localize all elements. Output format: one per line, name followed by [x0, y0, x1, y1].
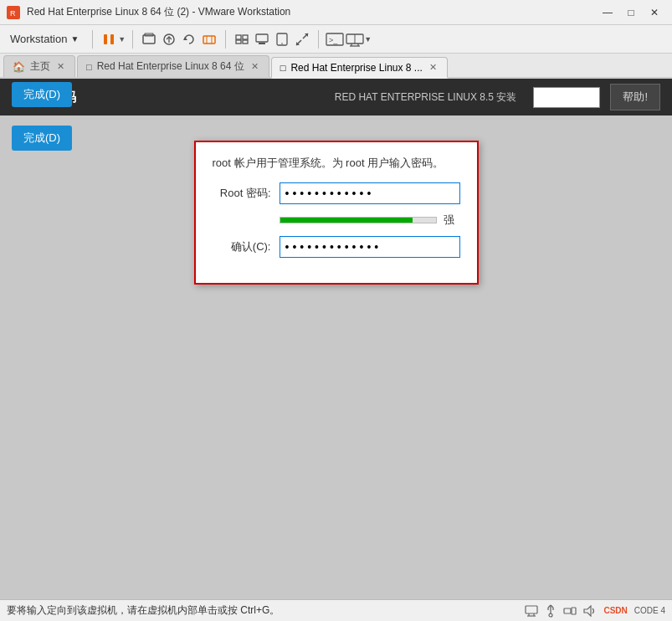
console-icon[interactable]: >_ — [326, 30, 344, 49]
tab-rhel1-close[interactable]: ✕ — [249, 61, 260, 72]
usb-status-icon — [545, 604, 557, 618]
svg-marker-41 — [584, 606, 591, 616]
title-bar: R Red Hat Enterprise Linux 8 64 位 (2) - … — [0, 0, 672, 25]
revert-icon[interactable] — [180, 30, 198, 49]
svg-point-19 — [281, 43, 283, 44]
status-icons: CSDN CODE 4 — [525, 604, 665, 618]
svg-rect-13 — [243, 35, 248, 39]
password-dialog: root 帐户用于管理系统。为 root 用户输入密码。 Root 密码: 强 … — [194, 141, 479, 285]
app-icon: R — [7, 6, 20, 19]
vm-header: ROOT 密码 RED HAT ENTERPRISE LINUX 8.5 安装 … — [0, 79, 672, 115]
unity-mode-icon[interactable] — [253, 30, 271, 49]
remote-desktop-icon[interactable] — [346, 30, 364, 49]
send-ctrl-alt-del-icon[interactable] — [200, 30, 218, 49]
toolbar-group-2 — [140, 30, 218, 49]
workstation-menu[interactable]: Workstation ▼ — [3, 29, 85, 49]
remote-dropdown-arrow[interactable]: ▼ — [364, 35, 372, 44]
tab-rhel2-icon: □ — [280, 63, 286, 73]
workstation-menu-arrow: ▼ — [70, 34, 79, 44]
svg-rect-12 — [236, 35, 241, 39]
tab-home-icon: 🏠 — [13, 61, 25, 73]
stretch-icon[interactable] — [293, 30, 311, 49]
svg-rect-16 — [256, 34, 268, 42]
svg-rect-17 — [259, 43, 265, 44]
install-label: RED HAT ENTERPRISE LINUX 8.5 安装 — [335, 90, 517, 105]
strength-label: 强 — [444, 213, 460, 228]
sound-status-icon — [583, 605, 597, 617]
svg-text:R: R — [10, 9, 16, 18]
svg-rect-2 — [104, 34, 107, 44]
tab-rhel2[interactable]: □ Red Hat Enterprise Linux 8 ... ✕ — [271, 57, 448, 79]
svg-rect-29 — [526, 606, 537, 613]
workstation-menu-label: Workstation — [10, 33, 67, 45]
root-password-label: Root 密码: — [213, 186, 271, 201]
svg-text:>_: >_ — [329, 36, 338, 44]
close-button[interactable]: ✕ — [644, 4, 665, 21]
window-controls: — □ ✕ — [597, 4, 665, 21]
tab-rhel2-close[interactable]: ✕ — [428, 62, 439, 73]
confirm-password-label: 确认(C): — [213, 239, 271, 254]
transfer-status-icon — [563, 605, 577, 617]
svg-rect-39 — [564, 608, 571, 613]
lang-value: cn — [562, 91, 573, 104]
tab-bar: 🏠 主页 ✕ □ Red Hat Enterprise Linux 8 64 位… — [0, 54, 672, 79]
full-screen-icon[interactable] — [233, 30, 251, 49]
restore-button[interactable]: □ — [620, 4, 642, 21]
root-password-input[interactable] — [280, 182, 460, 204]
vm-area: ROOT 密码 RED HAT ENTERPRISE LINUX 8.5 安装 … — [0, 79, 672, 599]
menu-bar: Workstation ▼ ▼ — [0, 25, 672, 54]
tab-rhel1-label: Red Hat Enterprise Linux 8 64 位 — [97, 59, 244, 74]
tablet-view-icon[interactable] — [273, 30, 291, 49]
done-button[interactable]: 完成(D) — [12, 82, 72, 107]
network-status-icon — [525, 605, 538, 617]
tab-rhel1-icon: □ — [86, 62, 92, 72]
toolbar-group-4: >_ ▼ — [326, 30, 372, 49]
done-button-overlay[interactable]: 完成(D) — [12, 126, 72, 151]
status-message: 要将输入定向到该虚拟机，请在虚拟机内部单击或按 Ctrl+G。 — [7, 603, 280, 618]
keyboard-icon: ⌨ — [541, 91, 557, 104]
help-button[interactable]: 帮助! — [610, 84, 660, 110]
window-title: Red Hat Enterprise Linux 8 64 位 (2) - VM… — [27, 5, 290, 19]
tab-home-close[interactable]: ✕ — [55, 61, 66, 72]
toolbar-separator-2 — [132, 30, 133, 49]
svg-rect-3 — [110, 34, 114, 44]
confirm-password-row: 确认(C): — [213, 236, 460, 258]
minimize-button[interactable]: — — [597, 4, 618, 21]
svg-point-34 — [549, 613, 552, 617]
toolbar-separator-3 — [225, 30, 226, 49]
snapshot-icon[interactable] — [160, 30, 178, 49]
toolbar-separator-4 — [318, 30, 319, 49]
lang-selector[interactable]: ⌨ cn — [533, 87, 600, 108]
toolbar-separator-1 — [92, 30, 93, 49]
vm-settings-icon[interactable] — [140, 30, 158, 49]
pause-button[interactable] — [100, 30, 118, 49]
tab-home[interactable]: 🏠 主页 ✕ — [3, 55, 75, 77]
vm-screen[interactable]: 完成(D) root 帐户用于管理系统。为 root 用户输入密码。 Root … — [0, 115, 672, 599]
strength-bar-fill — [280, 218, 413, 223]
dialog-description: root 帐户用于管理系统。为 root 用户输入密码。 — [213, 156, 460, 171]
svg-rect-15 — [243, 40, 248, 44]
status-bar: 要将输入定向到该虚拟机，请在虚拟机内部单击或按 Ctrl+G。 CSDN COD… — [0, 599, 672, 621]
confirm-password-input[interactable] — [280, 236, 460, 258]
brand-label: CSDN — [603, 606, 627, 615]
tab-rhel1[interactable]: □ Red Hat Enterprise Linux 8 64 位 ✕ — [77, 55, 269, 77]
svg-rect-40 — [572, 608, 576, 614]
strength-bar-background — [280, 217, 437, 223]
strength-row: 强 — [213, 213, 460, 228]
code-label: CODE 4 — [634, 606, 665, 615]
toolbar-group-1: ▼ — [100, 30, 126, 49]
tab-rhel2-label: Red Hat Enterprise Linux 8 ... — [290, 62, 422, 74]
pause-dropdown-arrow[interactable]: ▼ — [118, 35, 126, 44]
toolbar-group-3 — [233, 30, 311, 49]
root-password-row: Root 密码: — [213, 182, 460, 204]
svg-rect-9 — [203, 36, 215, 44]
svg-rect-14 — [236, 40, 241, 44]
tab-home-label: 主页 — [30, 59, 50, 74]
